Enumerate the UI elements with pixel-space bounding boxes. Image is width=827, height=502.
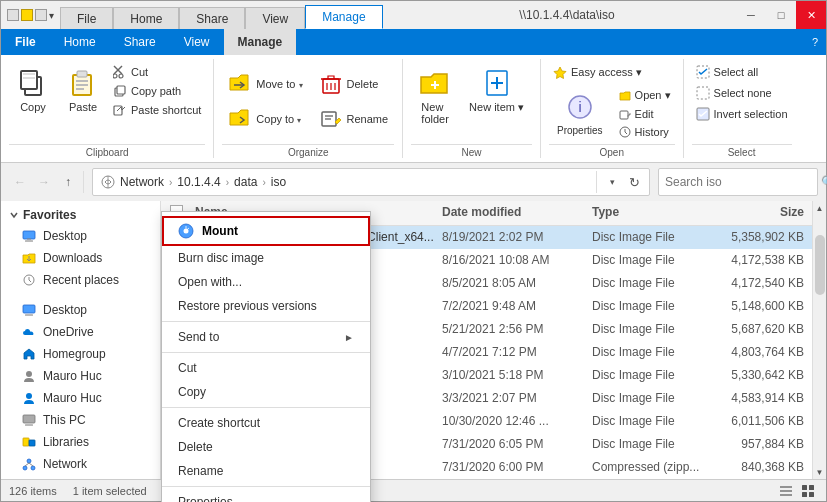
paste-shortcut-button[interactable]: Paste shortcut	[109, 101, 205, 119]
onedrive-label: OneDrive	[43, 325, 94, 339]
refresh-button[interactable]: ↻	[623, 171, 645, 193]
scroll-thumb[interactable]	[815, 235, 825, 295]
context-menu-mount[interactable]: Mount	[162, 216, 370, 246]
svg-rect-92	[809, 485, 814, 490]
context-menu-rename[interactable]: Rename	[162, 459, 370, 483]
svg-rect-49	[23, 438, 29, 446]
ribbon-file-tab[interactable]: File	[1, 29, 50, 55]
tab-manage[interactable]: Manage	[305, 5, 382, 29]
copy-path-label: Copy path	[131, 85, 181, 97]
minimize-button[interactable]: ─	[736, 1, 766, 29]
header-date[interactable]: Date modified	[442, 205, 592, 221]
search-input[interactable]	[659, 175, 821, 189]
organize-group-label: Organize	[222, 144, 394, 158]
sidebar-item-mauro1[interactable]: Mauro Huc	[1, 365, 160, 387]
paste-label: Paste	[69, 101, 97, 113]
new-folder-button[interactable]: Newfolder	[411, 63, 459, 129]
easy-access-button[interactable]: Easy access ▾	[549, 63, 675, 81]
sidebar-item-network[interactable]: Network	[1, 453, 160, 475]
address-bar[interactable]: Network › 10.1.4.4 › data › iso ▾ ↻	[92, 168, 650, 196]
sidebar-item-downloads[interactable]: Downloads	[1, 247, 160, 269]
header-size[interactable]: Size	[712, 205, 812, 221]
context-menu-sendto[interactable]: Send to ►	[162, 325, 370, 349]
move-to-button[interactable]: Move to ▾	[222, 68, 308, 100]
copy-path-button[interactable]: Copy path	[109, 82, 205, 100]
sidebar-item-mauro2[interactable]: Mauro Huc	[1, 387, 160, 409]
scrollbar[interactable]: ▲ ▼	[812, 201, 826, 479]
edit-button[interactable]: Edit	[615, 106, 675, 122]
paste-button-large[interactable]: Paste	[59, 63, 107, 117]
context-menu-copy[interactable]: Copy	[162, 380, 370, 404]
status-selected: 1 item selected	[73, 485, 147, 497]
quick-access-icons: ▾	[7, 9, 54, 21]
scroll-up-btn[interactable]: ▲	[813, 201, 827, 215]
ribbon-view-tab[interactable]: View	[170, 29, 224, 55]
breadcrumb-data[interactable]: data	[231, 174, 260, 190]
organize-col2: Delete Rename	[313, 68, 395, 135]
context-menu-cut[interactable]: Cut	[162, 356, 370, 380]
open-button[interactable]: Open ▾	[615, 87, 675, 104]
search-icon-btn[interactable]: 🔍	[821, 169, 827, 195]
view-large-icons-btn[interactable]	[798, 482, 818, 500]
scroll-down-btn[interactable]: ▼	[813, 465, 827, 479]
tab-file[interactable]: File	[60, 7, 113, 29]
cut-button[interactable]: Cut	[109, 63, 205, 81]
search-box[interactable]: 🔍	[658, 168, 818, 196]
title-bar: ▾ File Home Share View Manage \\10.1.4.4…	[1, 1, 826, 29]
sidebar-item-onedrive[interactable]: OneDrive	[1, 321, 160, 343]
ribbon-home-tab[interactable]: Home	[50, 29, 110, 55]
copy-button-large[interactable]: Copy	[9, 63, 57, 117]
network-icon-breadcrumb	[101, 175, 115, 189]
back-button[interactable]: ←	[9, 171, 31, 193]
context-menu-properties[interactable]: Properties	[162, 490, 370, 502]
context-menu-createshortcut[interactable]: Create shortcut	[162, 411, 370, 435]
save-icon[interactable]	[7, 9, 19, 21]
delete-button[interactable]: Delete	[313, 68, 395, 100]
context-menu-openwith[interactable]: Open with...	[162, 270, 370, 294]
close-button[interactable]: ✕	[796, 1, 826, 29]
sidebar-item-libraries[interactable]: Libraries	[1, 431, 160, 453]
svg-rect-6	[76, 80, 88, 82]
sidebar-item-thispc[interactable]: This PC	[1, 409, 160, 431]
ctx-separator-1	[162, 321, 370, 322]
context-menu-delete[interactable]: Delete	[162, 435, 370, 459]
tab-share[interactable]: Share	[179, 7, 245, 29]
undo-icon[interactable]	[35, 9, 47, 21]
svg-rect-94	[809, 492, 814, 497]
properties-button[interactable]: i Properties	[549, 87, 611, 140]
breadcrumb-server[interactable]: 10.1.4.4	[174, 174, 223, 190]
context-menu-restore[interactable]: Restore previous versions	[162, 294, 370, 318]
new-item-button[interactable]: New item ▾	[461, 63, 532, 118]
tab-home[interactable]: Home	[113, 7, 179, 29]
context-menu-burn[interactable]: Burn disc image	[162, 246, 370, 270]
header-type[interactable]: Type	[592, 205, 712, 221]
invert-selection-button[interactable]: Invert selection	[692, 105, 792, 123]
tab-view[interactable]: View	[245, 7, 305, 29]
breadcrumb-network[interactable]: Network	[117, 174, 167, 190]
sidebar-item-desktop-fav[interactable]: Desktop	[1, 225, 160, 247]
svg-rect-2	[23, 73, 35, 75]
svg-line-55	[29, 463, 33, 466]
dropdown-path-btn[interactable]: ▾	[601, 171, 623, 193]
sidebar-item-desktop-main[interactable]: Desktop	[1, 299, 160, 321]
breadcrumb-iso[interactable]: iso	[268, 174, 289, 190]
ribbon-manage-tab[interactable]: Manage	[224, 29, 297, 55]
forward-button[interactable]: →	[33, 171, 55, 193]
history-button[interactable]: History	[615, 124, 675, 140]
help-icon[interactable]: ?	[812, 36, 818, 48]
view-details-btn[interactable]	[776, 482, 796, 500]
rename-button[interactable]: Rename	[313, 103, 395, 135]
select-none-button[interactable]: Select none	[692, 84, 776, 102]
select-all-button[interactable]: Select all	[692, 63, 763, 81]
copy-to-button[interactable]: Copy to ▾	[222, 103, 308, 135]
sidebar-item-recent[interactable]: Recent places	[1, 269, 160, 291]
sidebar-item-homegroup[interactable]: Homegroup	[1, 343, 160, 365]
ribbon-select-group: Select all Select none Invert selec	[684, 59, 800, 158]
properties-label: Properties	[557, 125, 603, 136]
dropdown-arrow[interactable]: ▾	[49, 10, 54, 21]
maximize-button[interactable]: □	[766, 1, 796, 29]
row-date-0: 8/19/2021 2:02 PM	[442, 230, 592, 244]
sidebar-favorites-header[interactable]: Favorites	[1, 205, 160, 225]
ribbon-share-tab[interactable]: Share	[110, 29, 170, 55]
up-button[interactable]: ↑	[57, 171, 79, 193]
